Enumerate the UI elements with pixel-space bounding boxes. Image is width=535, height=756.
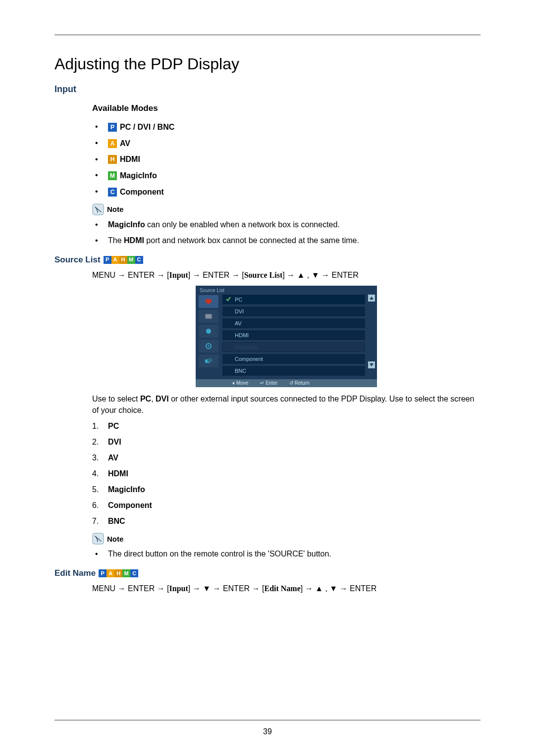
nav-text: ] → <box>301 584 315 593</box>
h-icon: H <box>114 569 122 577</box>
osd-tab-input <box>199 295 218 308</box>
c-icon: C <box>108 188 117 197</box>
scroll-up-icon <box>368 295 375 302</box>
note-list-2: The direct button on the remote control … <box>92 550 481 558</box>
nav-text: , <box>323 584 329 593</box>
osd-tabs <box>196 293 221 379</box>
a-icon: A <box>108 139 117 148</box>
page-number: 39 <box>0 727 535 736</box>
note-label: Note <box>107 205 123 213</box>
osd-footer-move: ♦ Move <box>232 380 248 386</box>
list-item: HDMI <box>92 469 481 478</box>
list-label: DVI <box>108 438 121 446</box>
note-text: The <box>108 236 124 245</box>
note-text: port and network box cannot be connected… <box>144 236 359 245</box>
nav-text: → ENTER → [ <box>211 584 264 593</box>
osd-item-label: BNC <box>235 368 246 374</box>
osd-item-magicinfo: MagicInfo <box>222 342 365 352</box>
mode-item-hdmi: H HDMI <box>92 155 481 164</box>
h-icon: H <box>108 155 117 164</box>
h-icon: H <box>119 256 127 264</box>
nav-text: ] → ENTER → [ <box>188 271 244 279</box>
osd-item-label: DVI <box>235 308 244 314</box>
note-label: Note <box>107 535 123 543</box>
osd-item-pc: PC <box>222 295 365 304</box>
mode-item-pc: P PC / DVI / BNC <box>92 122 481 132</box>
note-bold: MagicInfo <box>108 220 145 229</box>
nav-path-edit-name: MENU → ENTER → [Input] → ▼ → ENTER → [Ed… <box>92 584 481 593</box>
nav-path-source-list: MENU → ENTER → [Input] → ENTER → [Source… <box>92 271 481 280</box>
osd-item-label: PC <box>235 297 242 302</box>
m-icon: M <box>122 569 130 577</box>
mode-item-av: A AV <box>92 139 481 148</box>
list-item: DVI <box>92 438 481 447</box>
input-section: Available Modes P PC / DVI / BNC A AV H … <box>92 103 481 245</box>
c-icon: C <box>135 256 143 264</box>
osd-footer: ♦ Move ↵ Enter ↺ Return <box>196 379 377 387</box>
source-list-section: MENU → ENTER → [Input] → ENTER → [Source… <box>92 271 481 558</box>
svg-point-4 <box>208 345 210 347</box>
mode-label: HDMI <box>120 155 140 164</box>
mode-item-component: C Component <box>92 187 481 197</box>
osd-footer-return: ↺ Return <box>289 380 310 386</box>
p-icon: P <box>104 256 111 264</box>
osd-item-dvi: DVI <box>222 306 365 316</box>
note-item: The direct button on the remote control … <box>92 550 481 558</box>
top-rule <box>54 35 481 35</box>
note-bold: HDMI <box>124 236 144 245</box>
osd-item-label: Component <box>235 356 263 362</box>
source-list-heading: Source List <box>54 255 101 265</box>
edit-name-heading-row: Edit Name P A H M C <box>54 568 481 578</box>
nav-key: Edit Name <box>264 584 300 593</box>
main-title: Adjusting the PDP Display <box>54 55 481 73</box>
badge-strip: P A H M C <box>99 569 138 577</box>
list-item: Component <box>92 501 481 510</box>
down-arrow: ▼ <box>329 584 337 593</box>
list-item: MagicInfo <box>92 485 481 494</box>
osd-item-av: AV <box>222 318 365 328</box>
osd-footer-enter: ↵ Enter <box>260 380 277 386</box>
available-modes-heading: Available Modes <box>92 103 481 113</box>
scroll-down-icon <box>368 361 375 368</box>
source-enum-list: PC DVI AV HDMI MagicInfo Component BNC <box>92 422 481 526</box>
body-bold: PC <box>140 395 151 403</box>
list-label: BNC <box>108 517 125 525</box>
nav-text: , <box>305 271 311 279</box>
page: Adjusting the PDP Display Input Availabl… <box>0 0 535 756</box>
up-arrow: ▲ <box>297 271 305 279</box>
badge-strip: P A H M C <box>104 256 143 264</box>
p-icon: P <box>108 123 117 132</box>
a-icon: A <box>111 256 119 264</box>
note-icon <box>92 203 104 215</box>
body-bold: DVI <box>156 395 169 403</box>
c-icon: C <box>130 569 138 577</box>
p-icon: P <box>99 569 107 577</box>
nav-text: MENU → ENTER → [ <box>92 271 169 279</box>
osd-item-bnc: BNC <box>222 366 365 376</box>
osd-body: PC DVI AV HDMI MagicInfo Component BNC <box>196 293 377 379</box>
up-arrow: ▲ <box>315 584 323 593</box>
nav-text: ] → <box>282 271 297 279</box>
osd-item-component: Component <box>222 354 365 364</box>
mode-label: Component <box>120 188 164 197</box>
svg-point-2 <box>206 329 211 334</box>
list-label: MagicInfo <box>108 485 145 494</box>
osd-tab-multi <box>199 354 218 367</box>
note-item: The HDMI port and network box cannot be … <box>92 236 481 245</box>
nav-key: Input <box>169 584 188 593</box>
note-text: The direct button on the remote control … <box>108 550 331 558</box>
osd-tab-setup <box>199 340 218 353</box>
list-item: AV <box>92 454 481 462</box>
source-list-heading-row: Source List P A H M C <box>54 255 481 265</box>
list-label: AV <box>108 454 118 462</box>
note-item: MagicInfo can only be enabled when a net… <box>92 220 481 229</box>
available-modes-list: P PC / DVI / BNC A AV H HDMI M Mag <box>92 122 481 197</box>
nav-text: MENU → ENTER → [ <box>92 584 169 593</box>
list-item: BNC <box>92 517 481 526</box>
osd-scrollbar <box>368 293 377 379</box>
down-arrow: ▼ <box>203 584 211 593</box>
note-list-1: MagicInfo can only be enabled when a net… <box>92 220 481 245</box>
note-icon <box>92 533 104 545</box>
mode-label: PC / DVI / BNC <box>120 123 174 132</box>
nav-text: → ENTER <box>320 271 359 279</box>
